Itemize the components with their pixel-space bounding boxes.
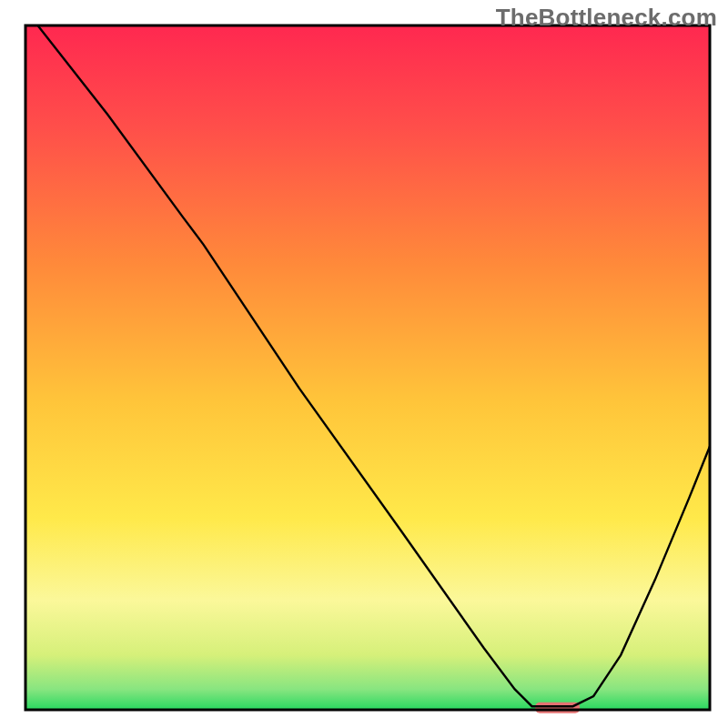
chart-svg	[0, 0, 728, 728]
bottleneck-chart: TheBottleneck.com	[0, 0, 728, 728]
watermark-label: TheBottleneck.com	[496, 4, 717, 32]
optimal-range-marker	[535, 703, 580, 713]
plot-background	[25, 25, 710, 710]
